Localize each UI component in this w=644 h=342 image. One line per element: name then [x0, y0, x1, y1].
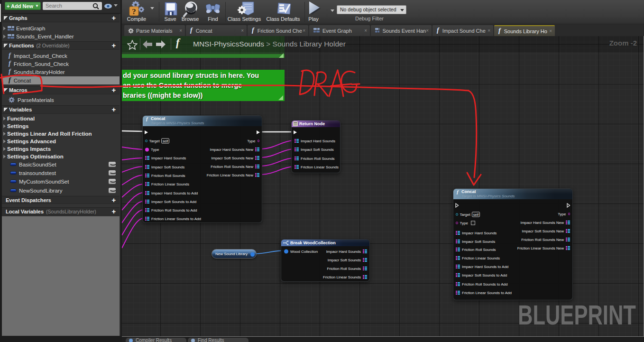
- svg-text:?: ?: [132, 7, 136, 16]
